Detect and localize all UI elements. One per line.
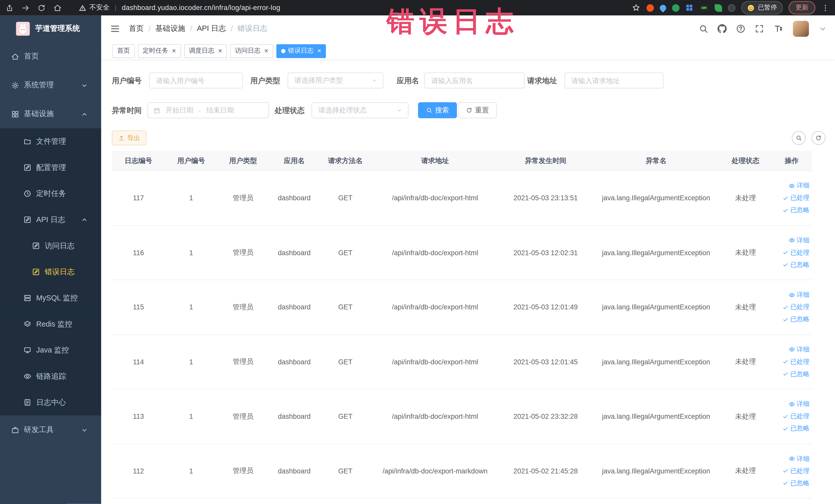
home-icon[interactable] [53,3,62,12]
toggle-search-button[interactable] [792,131,806,145]
breadcrumb-item[interactable]: 首页 [129,24,144,33]
security-indicator[interactable]: 不安全 | dashboard.yudao.iocoder.cn/infra/l… [79,3,280,12]
breadcrumb-separator: / [231,24,233,33]
share-icon[interactable] [5,3,14,12]
mark-processed-link[interactable]: 已处理 [782,194,810,203]
app-name-input[interactable] [424,73,524,88]
avatar[interactable] [793,21,809,37]
close-icon[interactable]: × [218,47,222,55]
tab-job-log[interactable]: 调度日志× [184,44,227,58]
export-button[interactable]: 导出 [112,130,147,145]
check-icon [782,468,789,474]
detail-link[interactable]: 详细 [789,345,809,354]
breadcrumb-item[interactable]: API 日志 [197,24,226,33]
refresh-icon [466,107,472,114]
mark-ignored-link[interactable]: 已忽略 [782,424,810,433]
detail-link[interactable]: 详细 [789,236,809,245]
cell-user-type: 管理员 [217,389,269,444]
check-icon [782,262,789,268]
mark-ignored-link[interactable]: 已忽略 [782,260,810,269]
sidebar-item-config[interactable]: 配置管理 [0,155,101,181]
reload-icon[interactable] [37,3,46,12]
user-type-select[interactable]: 请选择用户类型 [287,73,383,88]
font-size-icon[interactable] [773,23,784,34]
close-icon[interactable]: × [264,47,268,55]
mark-processed-link[interactable]: 已处理 [782,303,810,312]
extension-icon-red[interactable] [647,4,654,12]
tab-error-log[interactable]: 错误日志× [276,44,326,58]
cell-user-id: 1 [165,280,217,334]
cell-exception: java.lang.IllegalArgumentException [592,335,720,389]
close-icon[interactable]: × [317,47,321,55]
mark-ignored-link[interactable]: 已忽略 [782,479,810,488]
extension-icon-green[interactable] [672,4,680,12]
sidebar-item-label: 链路追踪 [36,371,66,381]
cell-actions: 详细已处理已忽略 [771,335,812,389]
bookmark-star-icon[interactable] [632,3,641,12]
exception-time-range-picker[interactable]: 开始日期 - 结束日期 [148,102,269,118]
question-icon[interactable] [736,24,746,33]
mark-ignored-link[interactable]: 已忽略 [782,206,810,215]
sidebar-item-job[interactable]: 定时任务 [0,181,101,207]
extension-icon-grid[interactable] [685,4,693,12]
eye-icon [789,456,795,462]
sidebar-item-java[interactable]: Java 监控 [0,337,101,363]
forward-icon[interactable] [21,3,30,12]
tab-access-log[interactable]: 访问日志× [230,44,273,58]
search-button[interactable]: 搜索 [418,102,457,118]
sidebar-item-label: 系统管理 [24,80,54,90]
sidebar-item-redis[interactable]: Redis 监控 [0,311,101,337]
caret-down-icon[interactable] [818,24,828,33]
sidebar-item-infra[interactable]: 基础设施 [0,100,101,128]
fullscreen-icon[interactable] [755,24,764,33]
column-header: 请求方法名 [320,151,371,170]
sidebar-item-file[interactable]: 文件管理 [0,128,101,155]
user-id-input[interactable] [149,73,243,88]
tags-bar: 首页定时任务×调度日志×访问日志×错误日志× [101,42,835,60]
search-icon[interactable] [699,24,708,33]
update-button[interactable]: 更新 [789,1,815,14]
sidebar-item-trace[interactable]: 链路追踪 [0,363,101,389]
hamburger-icon[interactable] [109,23,120,34]
github-icon[interactable] [717,24,727,33]
column-header: 操作 [771,151,812,170]
tab-home[interactable]: 首页 [113,44,135,58]
breadcrumb-item[interactable]: 基础设施 [156,24,185,33]
mark-processed-link[interactable]: 已处理 [782,412,810,421]
tab-job[interactable]: 定时任务× [138,44,181,58]
check-icon [782,480,789,486]
detail-link-label: 详细 [797,181,810,190]
url-text[interactable]: dashboard.yudao.iocoder.cn/infra/log/api… [122,4,280,12]
detail-link[interactable]: 详细 [789,181,809,190]
paused-extension-button[interactable]: 已暂停 [741,1,783,14]
refresh-table-button[interactable] [812,131,826,145]
mark-ignored-link[interactable]: 已忽略 [782,315,810,324]
cell-url: /api/infra/db-doc/export-html [371,171,499,225]
logo[interactable]: 芋道管理系统 [0,15,101,42]
reset-button[interactable]: 重置 [458,102,497,118]
process-status-select[interactable]: 请选择处理状态 [312,102,409,118]
mark-processed-link[interactable]: 已处理 [782,248,810,257]
mark-ignored-link[interactable]: 已忽略 [782,369,810,379]
sidebar-item-error-log[interactable]: 错误日志 [0,259,101,285]
detail-link[interactable]: 详细 [789,454,809,463]
sidebar-item-log-center[interactable]: 日志中心 [0,389,101,416]
search-icon [795,135,802,141]
mark-processed-link[interactable]: 已处理 [782,466,810,476]
sidebar-item-mysql[interactable]: MySQL 监控 [0,285,101,311]
close-icon[interactable]: × [172,47,176,55]
extension-icon-leaf[interactable] [715,4,722,12]
detail-link[interactable]: 详细 [789,400,809,408]
mark-processed-link[interactable]: 已处理 [782,357,810,366]
extension-icon-drop[interactable] [659,3,668,12]
browser-menu-icon[interactable] [821,3,830,12]
sidebar-item-api-log[interactable]: API 日志 [0,207,101,233]
request-url-input[interactable] [565,73,664,88]
sidebar-item-access-log[interactable]: 访问日志 [0,233,101,259]
extension-icon-on-badge[interactable]: on [699,5,709,11]
sidebar-item-home[interactable]: 首页 [0,42,101,71]
extension-icon-paw[interactable] [728,4,735,12]
detail-link[interactable]: 详细 [789,290,809,299]
sidebar-item-system[interactable]: 系统管理 [0,71,101,100]
sidebar-item-dev-tools[interactable]: 研发工具 [0,416,101,444]
